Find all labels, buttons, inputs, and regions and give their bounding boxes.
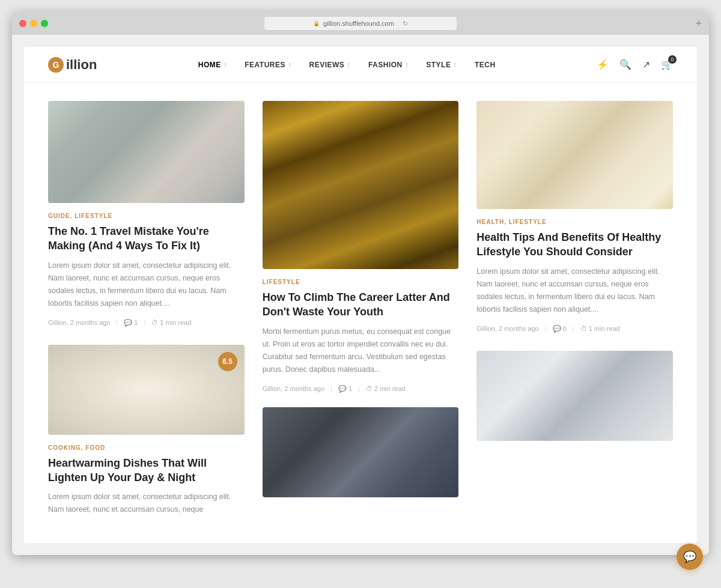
article-health-category: HEALTH, LIFESTYLE	[476, 219, 673, 225]
article-travel-meta: Gillion, 2 months ago | 💬 1 | ⏱	[48, 319, 245, 327]
nav-home[interactable]: HOME ⋮	[198, 61, 228, 69]
nav-dots-style: ⋮	[452, 62, 458, 67]
article-career-author-date: Gillion, 2 months ago	[263, 385, 324, 392]
refresh-icon: ↻	[403, 20, 408, 28]
score-badge: 6.5	[218, 352, 237, 371]
logo-icon: G	[48, 57, 64, 73]
article-food-title[interactable]: Heartwarming Dishes That Will Lighten Up…	[48, 456, 245, 485]
url-bar[interactable]: 🔒 gillion.shufflehound.com ↻	[264, 17, 457, 30]
nav-style[interactable]: STYLE ⋮	[426, 61, 458, 69]
article-career-readtime: ⏱ 2 min read	[366, 385, 406, 392]
article-career-category: LIFESTYLE	[263, 279, 459, 285]
header-actions: ⚡ 🔍 ↗ 🛒 0	[597, 59, 673, 70]
article-career-title[interactable]: How To Climb The Career Latter And Don't…	[263, 290, 459, 320]
nav-features[interactable]: FEATURES ⋮	[245, 61, 292, 69]
url-text: gillion.shufflehound.com	[323, 20, 394, 27]
article-career-meta: Gillion, 2 months ago | 💬 1 | ⏱ 2 min re…	[263, 385, 459, 393]
minimize-button[interactable]	[30, 20, 37, 27]
nav-tech[interactable]: TECH	[475, 61, 496, 69]
maximize-button[interactable]	[41, 20, 48, 27]
nav-reviews[interactable]: REVIEWS ⋮	[309, 61, 351, 69]
clock-icon-3: ⏱	[580, 325, 587, 332]
article-food-image[interactable]	[48, 345, 245, 435]
website: G illion HOME ⋮ FEATURES ⋮ REVIEWS ⋮	[24, 47, 697, 543]
article-health-title[interactable]: Health Tips And Benefits Of Healthy Life…	[476, 230, 673, 259]
nav-dots-features: ⋮	[287, 62, 293, 67]
lock-icon: 🔒	[313, 20, 320, 26]
chat-icon: 💬	[683, 550, 696, 563]
article-health-comments: 💬 0	[553, 325, 567, 333]
article-health-excerpt: Lorem ipsum dolor sit amet, consectetur …	[476, 265, 673, 317]
share-icon[interactable]: ↗	[642, 59, 650, 70]
article-health-readtime: ⏱ 1 min read	[580, 325, 620, 332]
article-health: HEALTH, LIFESTYLE Health Tips And Benefi…	[476, 101, 673, 333]
column-2: LIFESTYLE How To Climb The Career Latter…	[263, 101, 459, 507]
browser-traffic-lights	[19, 20, 48, 27]
article-food-excerpt: Lorem ipsum dolor sit amet, consectetur …	[48, 491, 245, 517]
clock-icon: ⏱	[151, 319, 158, 326]
article-travel-title[interactable]: The No. 1 Travel Mistake You're Making (…	[48, 224, 245, 253]
lightning-icon[interactable]: ⚡	[597, 59, 609, 70]
article-sunglasses-image[interactable]	[263, 407, 459, 497]
comment-icon-3: 💬	[553, 325, 561, 332]
article-food: 6.5 COOKING, FOOD Heartwarming Dishes Th…	[48, 345, 245, 525]
search-icon[interactable]: 🔍	[619, 59, 631, 70]
article-career-comments: 💬 1	[338, 385, 352, 393]
nav-dots-home: ⋮	[223, 62, 228, 67]
chat-bubble-button[interactable]: 💬	[677, 544, 703, 570]
article-travel-category: GUIDE, LIFESTYLE	[48, 213, 245, 219]
article-travel-comments: 💬 1	[124, 319, 138, 327]
article-career-excerpt: Morbi fermentum purus metus, eu consequa…	[263, 326, 459, 377]
cart-badge: 0	[668, 55, 677, 64]
nav-dots-reviews: ⋮	[346, 62, 351, 67]
article-health-meta: Gillion, 2 months ago | 💬 0 | ⏱	[476, 325, 673, 333]
main-nav: HOME ⋮ FEATURES ⋮ REVIEWS ⋮ FASHION ⋮	[198, 61, 496, 69]
nav-fashion[interactable]: FASHION ⋮	[368, 61, 409, 69]
article-travel-excerpt: Lorem ipsum dolor sit amet, consectetur …	[48, 259, 245, 311]
articles-grid: GUIDE, LIFESTYLE The No. 1 Travel Mistak…	[24, 83, 697, 543]
column-1: GUIDE, LIFESTYLE The No. 1 Travel Mistak…	[48, 101, 245, 525]
article-travel-readtime: ⏱ 1 min read	[151, 319, 191, 326]
article-career-image[interactable]	[263, 101, 459, 269]
article-travel: GUIDE, LIFESTYLE The No. 1 Travel Mistak…	[48, 101, 245, 327]
article-food-category: COOKING, FOOD	[48, 444, 245, 451]
column-3: HEALTH, LIFESTYLE Health Tips And Benefi…	[476, 101, 673, 450]
article-travel-author-date: Gillion, 2 months ago	[48, 319, 110, 326]
article-office-image[interactable]	[476, 351, 673, 441]
comment-icon-2: 💬	[338, 385, 347, 392]
article-health-image[interactable]	[476, 101, 673, 209]
close-button[interactable]	[19, 20, 26, 27]
cart-icon-wrap[interactable]: 🛒 0	[661, 59, 673, 70]
browser-content: G illion HOME ⋮ FEATURES ⋮ REVIEWS ⋮	[12, 35, 709, 555]
comment-icon: 💬	[124, 319, 132, 326]
new-tab-button[interactable]: +	[695, 17, 702, 30]
logo-text: illion	[66, 57, 97, 73]
site-logo[interactable]: G illion	[48, 57, 97, 73]
clock-icon-2: ⏱	[366, 385, 373, 392]
browser-window: 🔒 gillion.shufflehound.com ↻ + G illion …	[12, 12, 709, 555]
article-travel-image[interactable]	[48, 101, 245, 203]
nav-dots-fashion: ⋮	[404, 62, 410, 67]
article-health-author-date: Gillion, 2 months ago	[476, 325, 538, 332]
browser-titlebar: 🔒 gillion.shufflehound.com ↻ +	[12, 12, 709, 35]
site-header: G illion HOME ⋮ FEATURES ⋮ REVIEWS ⋮	[24, 47, 697, 83]
